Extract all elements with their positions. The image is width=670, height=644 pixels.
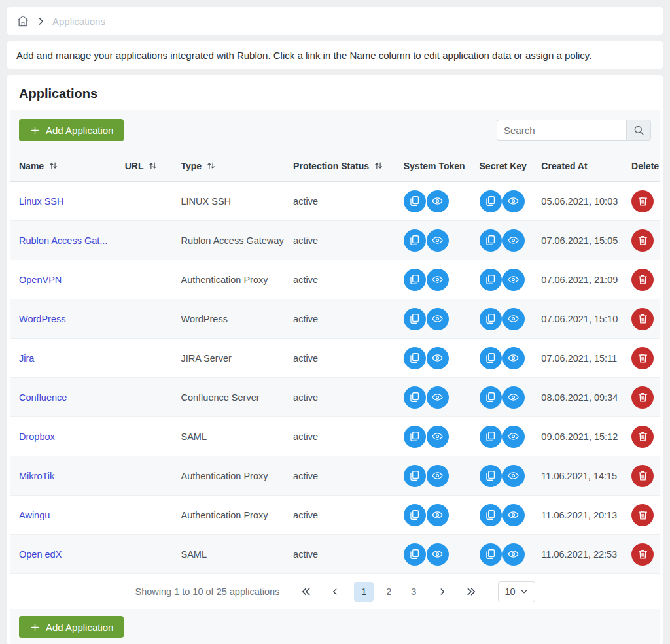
copy-secret-key-button[interactable]: [480, 269, 502, 291]
show-system-token-button[interactable]: [427, 347, 449, 369]
page-button[interactable]: 3: [404, 582, 423, 602]
application-name-link[interactable]: Linux SSH: [19, 196, 64, 207]
copy-system-token-button[interactable]: [404, 190, 426, 212]
table-toolbar: Add Application: [10, 110, 660, 150]
eye-icon: [431, 548, 444, 560]
copy-system-token-button[interactable]: [404, 308, 426, 330]
application-type: Authentication Proxy: [181, 471, 293, 481]
sort-arrows-icon: [48, 161, 58, 171]
delete-application-button[interactable]: [631, 543, 654, 566]
eye-icon: [507, 548, 520, 560]
application-name-link[interactable]: OpenVPN: [19, 275, 62, 285]
delete-application-button[interactable]: [631, 426, 654, 448]
add-application-button-bottom[interactable]: Add Application: [19, 616, 124, 638]
show-secret-key-button[interactable]: [502, 308, 525, 330]
copy-secret-key-button[interactable]: [480, 308, 502, 330]
table-body: Linux SSH LINUX SSH active 05.06.2021, 1…: [10, 182, 660, 574]
application-name-link[interactable]: WordPress: [19, 314, 65, 324]
copy-secret-key-button[interactable]: [480, 543, 502, 566]
show-system-token-button[interactable]: [427, 190, 449, 212]
show-secret-key-button[interactable]: [502, 386, 525, 409]
copy-secret-key-button[interactable]: [480, 426, 502, 448]
application-type: Authentication Proxy: [181, 510, 293, 520]
next-page-button[interactable]: [432, 582, 452, 602]
show-secret-key-button[interactable]: [502, 504, 525, 526]
system-token-cell: [396, 465, 469, 487]
delete-application-button[interactable]: [631, 347, 654, 369]
copy-icon: [408, 391, 421, 403]
copy-system-token-button[interactable]: [404, 504, 426, 526]
copy-icon: [484, 273, 497, 286]
copy-icon: [408, 352, 421, 364]
protection-status: active: [293, 392, 396, 403]
system-token-cell: [396, 190, 469, 212]
copy-system-token-button[interactable]: [404, 269, 426, 291]
copy-secret-key-button[interactable]: [480, 347, 502, 369]
delete-application-button[interactable]: [631, 386, 654, 409]
application-name-link[interactable]: MikroTik: [19, 471, 54, 481]
copy-system-token-button[interactable]: [404, 543, 426, 566]
protection-status: active: [293, 471, 396, 481]
show-system-token-button[interactable]: [427, 543, 449, 566]
copy-system-token-button[interactable]: [404, 465, 426, 487]
show-secret-key-button[interactable]: [502, 426, 525, 448]
eye-icon: [507, 273, 520, 286]
application-name-link[interactable]: Open edX: [19, 549, 62, 560]
copy-secret-key-button[interactable]: [480, 465, 502, 487]
application-name-link[interactable]: Awingu: [19, 510, 50, 520]
protection-status: active: [293, 432, 396, 442]
trash-icon: [637, 313, 649, 325]
copy-system-token-button[interactable]: [404, 347, 426, 369]
show-system-token-button[interactable]: [427, 504, 449, 526]
home-icon[interactable]: [16, 14, 29, 27]
intro-banner: Add and manage your applications integra…: [7, 41, 663, 69]
secret-key-cell: [469, 190, 535, 212]
delete-application-button[interactable]: [631, 504, 654, 526]
show-system-token-button[interactable]: [427, 229, 449, 252]
column-header-url[interactable]: URL: [125, 161, 181, 171]
delete-application-button[interactable]: [631, 308, 654, 330]
search-input[interactable]: [497, 120, 626, 141]
show-secret-key-button[interactable]: [502, 543, 525, 566]
delete-application-button[interactable]: [631, 190, 654, 212]
copy-secret-key-button[interactable]: [480, 190, 502, 212]
show-system-token-button[interactable]: [427, 308, 449, 330]
show-secret-key-button[interactable]: [502, 229, 525, 252]
show-secret-key-button[interactable]: [502, 347, 525, 369]
search-button[interactable]: [626, 120, 651, 141]
previous-page-button[interactable]: [325, 582, 345, 602]
column-header-name[interactable]: Name: [10, 161, 125, 171]
copy-system-token-button[interactable]: [404, 386, 426, 409]
show-secret-key-button[interactable]: [502, 465, 525, 487]
application-name-link[interactable]: Rublon Access Gat...: [19, 235, 107, 246]
application-name-link[interactable]: Jira: [19, 353, 34, 364]
application-name-link[interactable]: Dropbox: [19, 432, 55, 442]
last-page-button[interactable]: [461, 582, 481, 602]
copy-secret-key-button[interactable]: [480, 386, 502, 409]
copy-secret-key-button[interactable]: [480, 504, 502, 526]
first-page-button[interactable]: [296, 582, 316, 602]
copy-secret-key-button[interactable]: [480, 229, 502, 252]
show-system-token-button[interactable]: [427, 465, 449, 487]
page-button[interactable]: 2: [379, 582, 398, 602]
add-application-button[interactable]: Add Application: [19, 119, 124, 141]
column-header-protection-status[interactable]: Protection Status: [293, 161, 396, 171]
page-button[interactable]: 1: [354, 582, 374, 602]
page-size-select[interactable]: 10: [498, 581, 535, 602]
show-system-token-button[interactable]: [427, 269, 449, 291]
column-header-type[interactable]: Type: [181, 161, 293, 171]
delete-application-button[interactable]: [631, 269, 654, 291]
copy-system-token-button[interactable]: [404, 229, 426, 252]
show-system-token-button[interactable]: [427, 386, 449, 409]
system-token-cell: [396, 269, 469, 291]
copy-system-token-button[interactable]: [404, 426, 426, 448]
show-secret-key-button[interactable]: [502, 269, 525, 291]
intro-text: Add and manage your applications integra…: [16, 50, 591, 61]
delete-application-button[interactable]: [631, 465, 654, 487]
table-row: Awingu Authentication Proxy active 11.06…: [10, 496, 660, 535]
application-name-link[interactable]: Confluence: [19, 392, 67, 403]
show-system-token-button[interactable]: [427, 426, 449, 448]
delete-application-button[interactable]: [631, 229, 654, 252]
show-secret-key-button[interactable]: [502, 190, 525, 212]
secret-key-cell: [469, 269, 535, 291]
